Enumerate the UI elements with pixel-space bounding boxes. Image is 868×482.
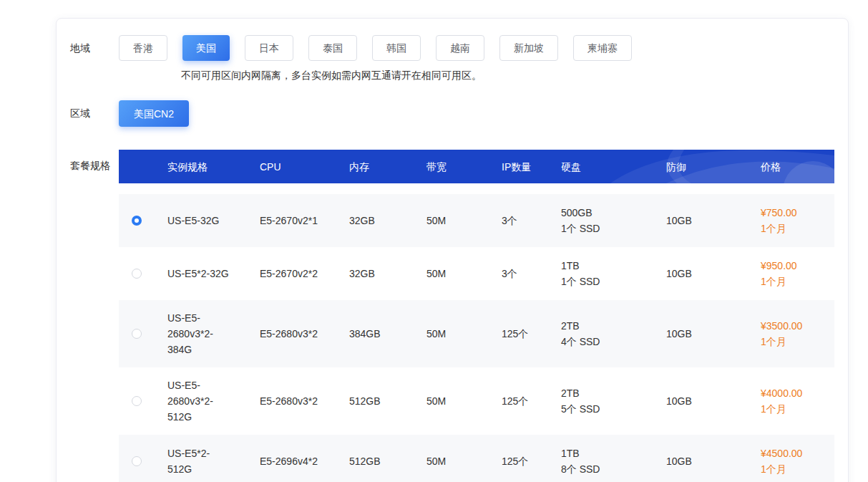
price-amount: ¥750.00	[761, 205, 834, 221]
cell-defense: 10GB	[666, 213, 761, 228]
col-header-memory: 内存	[349, 159, 426, 175]
region-label: 地域	[57, 35, 119, 82]
cell-disk: 1TB 8个 SSD	[561, 445, 666, 477]
col-header-defense: 防御	[666, 159, 761, 175]
cell-ip-count: 125个	[502, 393, 561, 409]
plan-table: 实例规格 CPU 内存 带宽 IP数量 硬盘 防御 价格 US-E5-32G E…	[119, 150, 834, 482]
col-header-cpu: CPU	[260, 159, 349, 175]
region-option-korea[interactable]: 韩国	[372, 35, 421, 61]
zone-section: 区域 美国CN2	[57, 100, 848, 127]
col-header-disk: 硬盘	[561, 159, 666, 175]
cell-memory: 512GB	[349, 393, 426, 409]
row-radio[interactable]	[132, 329, 142, 339]
disk-detail: 4个 SSD	[561, 334, 666, 350]
cell-price: ¥3500.00 1个月	[761, 318, 834, 350]
price-amount: ¥950.00	[761, 258, 834, 274]
disk-size: 1TB	[561, 258, 666, 274]
row-radio[interactable]	[132, 456, 142, 466]
region-note: 不同可用区间内网隔离，多台实例如需内网互通请开在相同可用区。	[181, 69, 632, 82]
plan-section: 套餐规格 实例规格 CPU 内存 带宽 IP数量 硬盘 防御 价格	[57, 150, 848, 482]
cell-ip-count: 125个	[502, 326, 561, 342]
cell-memory: 32GB	[349, 266, 426, 281]
disk-size: 2TB	[561, 385, 666, 401]
cell-spec: US-E5-2680v3*2-384G	[167, 310, 260, 357]
plan-row-us-e5-2680v3x2-384g[interactable]: US-E5-2680v3*2-384G E5-2680v3*2 384GB 50…	[119, 300, 834, 367]
disk-detail: 8个 SSD	[561, 461, 666, 477]
cell-memory: 32GB	[349, 213, 426, 228]
cell-memory: 512GB	[349, 453, 426, 469]
region-option-usa[interactable]: 美国	[182, 35, 230, 61]
region-option-vietnam[interactable]: 越南	[436, 35, 484, 61]
cell-disk: 2TB 4个 SSD	[561, 318, 666, 350]
cell-ip-count: 3个	[502, 213, 561, 228]
cell-memory: 384GB	[349, 326, 426, 342]
region-option-thailand[interactable]: 泰国	[308, 35, 357, 61]
region-option-hongkong[interactable]: 香港	[119, 35, 167, 61]
region-option-japan[interactable]: 日本	[245, 35, 293, 61]
cell-spec: US-E5*2-512G	[167, 445, 260, 477]
plan-row-us-e5-32g[interactable]: US-E5-32G E5-2670v2*1 32GB 50M 3个 500GB …	[119, 194, 834, 247]
cell-cpu: E5-2696v4*2	[260, 453, 349, 469]
col-header-ip-count: IP数量	[502, 159, 561, 175]
price-amount: ¥4000.00	[761, 385, 834, 401]
price-period: 1个月	[761, 274, 834, 289]
cell-spec: US-E5-32G	[167, 213, 260, 228]
col-header-spec: 实例规格	[167, 159, 260, 175]
plan-row-us-e5x2-32g[interactable]: US-E5*2-32G E5-2670v2*2 32GB 50M 3个 1TB …	[119, 247, 834, 300]
disk-detail: 5个 SSD	[561, 401, 666, 417]
cell-spec: US-E5-2680v3*2-512G	[167, 377, 260, 425]
region-option-singapore[interactable]: 新加坡	[499, 35, 558, 61]
region-option-cambodia[interactable]: 柬埔寨	[573, 35, 632, 61]
cell-defense: 10GB	[666, 326, 761, 342]
disk-detail: 1个 SSD	[561, 274, 666, 289]
plan-table-header: 实例规格 CPU 内存 带宽 IP数量 硬盘 防御 价格	[119, 150, 834, 183]
row-radio-selected[interactable]	[132, 216, 142, 226]
plan-table-body: US-E5-32G E5-2670v2*1 32GB 50M 3个 500GB …	[119, 194, 834, 482]
zone-options: 美国CN2	[119, 100, 189, 127]
disk-detail: 1个 SSD	[561, 221, 666, 236]
cell-spec: US-E5*2-32G	[167, 266, 260, 281]
price-period: 1个月	[761, 334, 834, 350]
cell-cpu: E5-2680v3*2	[260, 326, 349, 342]
cell-ip-count: 125个	[502, 453, 561, 469]
cell-price: ¥750.00 1个月	[761, 205, 834, 236]
cell-bandwidth: 50M	[426, 213, 502, 228]
price-period: 1个月	[761, 221, 834, 236]
row-radio[interactable]	[132, 396, 142, 406]
cell-disk: 500GB 1个 SSD	[561, 205, 666, 236]
plan-row-us-e5-2680v3x2-512g[interactable]: US-E5-2680v3*2-512G E5-2680v3*2 512GB 50…	[119, 367, 834, 435]
region-options: 香港 美国 日本 泰国 韩国 越南 新加坡 柬埔寨	[119, 35, 632, 61]
price-amount: ¥3500.00	[761, 318, 834, 334]
plan-label: 套餐规格	[57, 150, 119, 482]
cell-bandwidth: 50M	[426, 266, 502, 281]
plan-row-us-e5x2-512g[interactable]: US-E5*2-512G E5-2696v4*2 512GB 50M 125个 …	[119, 435, 834, 482]
row-radio[interactable]	[132, 269, 142, 279]
zone-option-usa-cn2[interactable]: 美国CN2	[119, 100, 189, 127]
price-period: 1个月	[761, 461, 834, 477]
price-amount: ¥4500.00	[761, 445, 834, 461]
col-header-bandwidth: 带宽	[426, 159, 502, 175]
price-period: 1个月	[761, 401, 834, 417]
zone-label: 区域	[57, 100, 119, 127]
col-header-price: 价格	[761, 159, 834, 175]
cell-defense: 10GB	[666, 266, 761, 281]
cell-bandwidth: 50M	[426, 326, 502, 342]
disk-size: 2TB	[561, 318, 666, 334]
cell-price: ¥4500.00 1个月	[761, 445, 834, 477]
cell-bandwidth: 50M	[426, 453, 502, 469]
config-panel: 地域 香港 美国 日本 泰国 韩国 越南 新加坡 柬埔寨 不同可用区间内网隔离，…	[56, 18, 849, 482]
cell-cpu: E5-2670v2*1	[260, 213, 349, 228]
cell-defense: 10GB	[666, 453, 761, 469]
cell-defense: 10GB	[666, 393, 761, 409]
cell-bandwidth: 50M	[426, 393, 502, 409]
cell-ip-count: 3个	[502, 266, 561, 281]
region-section: 地域 香港 美国 日本 泰国 韩国 越南 新加坡 柬埔寨 不同可用区间内网隔离，…	[57, 35, 848, 82]
cell-price: ¥4000.00 1个月	[761, 385, 834, 417]
disk-size: 1TB	[561, 445, 666, 461]
cell-disk: 2TB 5个 SSD	[561, 385, 666, 417]
cell-disk: 1TB 1个 SSD	[561, 258, 666, 289]
cell-cpu: E5-2680v3*2	[260, 393, 349, 409]
cell-cpu: E5-2670v2*2	[260, 266, 349, 281]
disk-size: 500GB	[561, 205, 666, 221]
cell-price: ¥950.00 1个月	[761, 258, 834, 289]
